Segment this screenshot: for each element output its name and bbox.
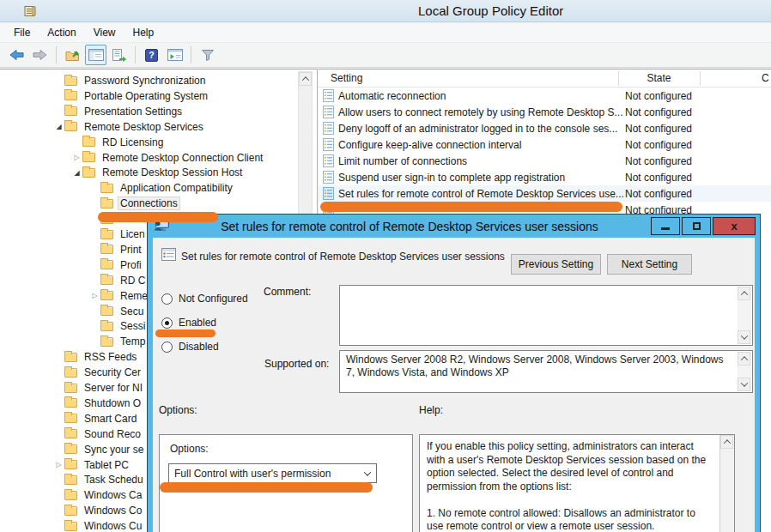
- dialog-titlebar: Set rules for remote control of Remote D…: [148, 215, 760, 238]
- tree-item-label: Windows Cu: [82, 519, 144, 532]
- tree-item-windows-ca[interactable]: Windows Ca: [53, 487, 144, 503]
- next-setting-button[interactable]: Next Setting: [607, 254, 692, 275]
- settings-row-automatic-reconnection[interactable]: Automatic reconnectionNot configured: [319, 88, 771, 104]
- expander-icon[interactable]: ▷: [71, 154, 82, 161]
- tree-item-sound-reco[interactable]: Sound Reco: [53, 426, 143, 442]
- radio-icon[interactable]: [161, 293, 173, 305]
- tree-item-reme[interactable]: ▷Reme: [89, 288, 150, 304]
- tree-item-sessi[interactable]: Sessi: [89, 318, 148, 334]
- tree-item-windows-cu[interactable]: Windows Cu: [53, 518, 144, 532]
- minimize-icon[interactable]: [651, 217, 680, 235]
- back-icon[interactable]: [6, 45, 27, 65]
- expander-icon[interactable]: ▷: [89, 292, 100, 299]
- radio-icon[interactable]: [161, 342, 173, 353]
- folder-icon: [100, 291, 113, 300]
- menu-help[interactable]: Help: [124, 24, 163, 41]
- settings-row-set-rules-for-remote-control-of-remote-d[interactable]: Set rules for remote control of Remote D…: [319, 185, 771, 202]
- tree-item-password-synchronization[interactable]: Password Synchronization: [53, 73, 208, 88]
- scroll-up-icon[interactable]: [738, 287, 750, 300]
- radio-not-configured[interactable]: Not Configured: [161, 292, 248, 305]
- tree-item-licen[interactable]: Licen: [89, 227, 148, 242]
- tree-item-rss-feeds[interactable]: RSS Feeds: [53, 349, 139, 365]
- tree-item-temp[interactable]: Temp: [89, 334, 148, 349]
- comment-scrollbar[interactable]: [738, 287, 751, 344]
- tree-item-smart-card[interactable]: Smart Card: [53, 411, 139, 426]
- folder-icon: [82, 137, 95, 147]
- help-icon[interactable]: ?: [141, 45, 162, 65]
- tree-item-label: RD C: [118, 274, 148, 287]
- tree-item-remote-desktop-connection-client[interactable]: ▷Remote Desktop Connection Client: [71, 150, 265, 166]
- tree-item-rd-c[interactable]: RD C: [89, 273, 148, 288]
- export-list-icon[interactable]: [108, 45, 130, 65]
- tree-item-application-compatibility[interactable]: Application Compatibility: [89, 180, 235, 196]
- help-scrollbar[interactable]: [719, 435, 734, 532]
- radio-enabled[interactable]: Enabled: [161, 316, 216, 329]
- tree-item-secu[interactable]: Secu: [89, 304, 146, 319]
- menu-bar: FileActionViewHelp: [0, 23, 771, 43]
- tree-item-label: Sync your se: [82, 443, 146, 456]
- tree-item-windows-co[interactable]: Windows Co: [53, 503, 144, 518]
- close-icon[interactable]: x: [713, 217, 756, 235]
- expander-icon[interactable]: ◢: [71, 169, 82, 177]
- console-tree-icon[interactable]: [85, 45, 106, 65]
- tree-item-connections[interactable]: Connections: [89, 196, 180, 211]
- radio-icon[interactable]: [161, 317, 173, 329]
- folder-icon: [64, 491, 77, 500]
- tree-item-portable-operating-system[interactable]: Portable Operating System: [53, 88, 210, 104]
- menu-view[interactable]: View: [85, 24, 124, 41]
- supported-on-label: Supported on:: [264, 358, 329, 370]
- settings-row-limit-number-of-connections[interactable]: Limit number of connectionsNot configure…: [319, 153, 771, 169]
- expander-icon[interactable]: ◢: [53, 123, 64, 130]
- radio-label: Not Configured: [179, 293, 248, 305]
- menu-file[interactable]: File: [5, 24, 39, 41]
- column-divider[interactable]: [700, 71, 701, 86]
- menu-action[interactable]: Action: [39, 24, 84, 41]
- tree-item-remote-desktop-session-host[interactable]: ◢Remote Desktop Session Host: [71, 165, 245, 180]
- filter-icon[interactable]: [197, 45, 218, 65]
- maximize-icon[interactable]: [682, 217, 711, 235]
- control-level-dropdown[interactable]: Full Control with user's permission: [168, 463, 377, 483]
- tree-item-label: RD Licensing: [100, 136, 166, 149]
- radio-disabled[interactable]: Disabled: [161, 340, 219, 354]
- comment-field[interactable]: [339, 285, 753, 346]
- previous-setting-button[interactable]: Previous Setting: [511, 254, 601, 275]
- column-header-setting[interactable]: Setting: [331, 72, 362, 84]
- scroll-down-icon[interactable]: [738, 378, 750, 391]
- supported-on-field[interactable]: Windows Server 2008 R2, Windows Server 2…: [339, 350, 753, 393]
- tree-item-rd-licensing[interactable]: RD Licensing: [71, 135, 166, 150]
- tree-item-security-cer[interactable]: Security Cer: [53, 365, 143, 380]
- show-window-icon[interactable]: [164, 45, 185, 65]
- tree-item-shutdown-o[interactable]: Shutdown O: [53, 396, 143, 411]
- folder-icon: [64, 384, 77, 393]
- tree-item-print[interactable]: Print: [89, 242, 144, 257]
- forward-icon[interactable]: [29, 45, 51, 65]
- tree-item-tablet-pc[interactable]: ▷Tablet PC: [53, 457, 131, 473]
- supported-scrollbar[interactable]: [738, 352, 751, 391]
- chevron-down-icon[interactable]: [359, 471, 376, 476]
- dialog-policy-name: Set rules for remote control of Remote D…: [181, 251, 505, 263]
- help-text: If you enable this policy setting, admin…: [427, 440, 713, 532]
- setting-state: Not configured: [625, 188, 692, 200]
- settings-row-deny-logoff-of-an-administrator-logged-i[interactable]: Deny logoff of an administrator logged i…: [319, 120, 771, 136]
- tree-item-sync-your-se[interactable]: Sync your se: [53, 442, 146, 457]
- expander-icon[interactable]: ▷: [53, 461, 64, 469]
- settings-row-suspend-user-sign-in-to-complete-app-reg[interactable]: Suspend user sign-in to complete app reg…: [319, 169, 771, 185]
- tree-item-presentation-settings[interactable]: Presentation Settings: [53, 104, 185, 119]
- scroll-up-icon[interactable]: [720, 435, 733, 449]
- comment-label: Comment:: [264, 286, 311, 298]
- tree-item-label: Security Cer: [82, 366, 143, 379]
- settings-row-allow-users-to-connect-remotely-by-using[interactable]: Allow users to connect remotely by using…: [319, 104, 771, 120]
- tree-item-task-schedu[interactable]: Task Schedu: [53, 472, 146, 487]
- up-one-level-icon[interactable]: [62, 45, 83, 65]
- tree-item-remote-desktop-services[interactable]: ◢Remote Desktop Services: [53, 119, 206, 135]
- tree-item-server-for-ni[interactable]: Server for NI: [53, 380, 145, 396]
- policy-doc-icon: [323, 187, 334, 203]
- scroll-up-icon[interactable]: [738, 352, 750, 366]
- scroll-down-icon[interactable]: [738, 330, 750, 344]
- column-header-comment[interactable]: C: [762, 72, 769, 84]
- column-header-state[interactable]: State: [618, 72, 700, 84]
- scroll-up-icon[interactable]: [299, 72, 312, 86]
- toolbar: ?: [0, 43, 771, 68]
- settings-row-configure-keep-alive-connection-interval[interactable]: Configure keep-alive connection interval…: [319, 136, 771, 153]
- tree-item-profi[interactable]: Profi: [89, 257, 144, 273]
